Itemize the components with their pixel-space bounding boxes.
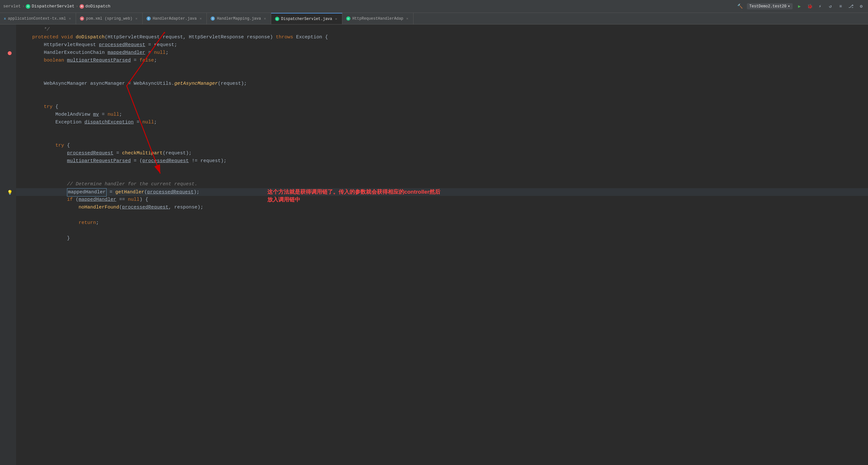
run-config[interactable]: TestDemo2.test20 ▾: [747, 3, 793, 9]
code-line-multipart-assign: multipartRequestParsed = (processedReque…: [16, 157, 868, 165]
code-line-close-brace: }: [16, 235, 868, 242]
code-line-empty-2: [16, 72, 868, 80]
tab-applicationcontext[interactable]: x applicationContext-tx.xml ✕: [0, 13, 76, 25]
code-line-empty-4: [16, 95, 868, 103]
top-bar: servlet › c DispatcherServlet › m doDisp…: [0, 0, 868, 13]
code-line-mapped-handler-decl: HandlerExecutionChain mappedHandler = nu…: [16, 49, 868, 57]
code-line-try-outer: try {: [16, 103, 868, 111]
lightbulb-icon: 💡: [7, 190, 12, 195]
code-line-get-handler: mappedHandler = getHandler(processedRequ…: [16, 188, 868, 196]
code-line-check-multipart: processedRequest = checkMultipart(reques…: [16, 149, 868, 157]
code-line-protected: protected void doDispatch(HttpServletReq…: [16, 33, 868, 41]
tab-pom[interactable]: m pom.xml (spring_web) ✕: [76, 13, 143, 25]
code-line-empty-8: [16, 173, 868, 180]
more-button[interactable]: ≡: [837, 3, 844, 10]
code-line-comment-close: */: [16, 26, 868, 33]
tab-dispatcherservlet-close[interactable]: ✕: [334, 17, 338, 21]
tab-handlermapping-icon: I: [211, 17, 215, 21]
toolbar-right: 🔨 TestDemo2.test20 ▾ ▶ 🐞 ⚡ ↺ ≡ ⎇ ⚙: [737, 3, 865, 10]
tab-httprequest-label: HttpRequestHandlerAdap: [352, 17, 403, 21]
run-button[interactable]: ▶: [796, 3, 803, 10]
coverage-button[interactable]: ⚡: [816, 3, 824, 10]
code-line-empty-1: [16, 64, 868, 72]
run-config-label: TestDemo2.test20: [749, 4, 786, 9]
mapped-handler-highlight: mappedHandler: [67, 188, 106, 197]
tab-handlermapping-close[interactable]: ✕: [263, 16, 267, 21]
debug-button[interactable]: 🐞: [806, 3, 813, 10]
breadcrumb: servlet › c DispatcherServlet › m doDisp…: [3, 4, 111, 9]
tab-bar: x applicationContext-tx.xml ✕ m pom.xml …: [0, 13, 868, 25]
breadcrumb-dispatcher[interactable]: DispatcherServlet: [32, 4, 74, 9]
code-line-try-inner: try {: [16, 142, 868, 149]
gutter-breakpoint-1[interactable]: [2, 49, 14, 57]
code-lines: */ protected void doDispatch(HttpServlet…: [16, 25, 868, 243]
code-line-no-handler: noHandlerFound(processedRequest, respons…: [16, 204, 868, 211]
breakpoint-dot: [8, 51, 11, 55]
hammer-icon[interactable]: 🔨: [737, 3, 744, 10]
code-line-empty-9: [16, 211, 868, 219]
gutter-lightbulb: 💡: [2, 188, 14, 196]
tab-pom-close[interactable]: ✕: [134, 16, 138, 21]
tab-dispatcherservlet[interactable]: c DispatcherServlet.java ✕: [271, 13, 342, 25]
git-button[interactable]: ⎇: [847, 3, 855, 10]
code-line-empty-5: [16, 126, 868, 134]
code-area[interactable]: */ protected void doDispatch(HttpServlet…: [16, 25, 868, 465]
code-line-async-manager: WebAsyncManager asyncManager = WebAsyncU…: [16, 80, 868, 88]
code-line-empty-3: [16, 88, 868, 95]
chinese-annotation-line1: 这个方法就是获得调用链了。传入的参数就会获得相应的controller然后: [267, 188, 440, 196]
tab-dispatcherservlet-icon: c: [275, 17, 279, 21]
breadcrumb-m-icon: m: [80, 4, 84, 9]
code-line-if-null: if (mappedHandler == null) { 放入调用链中: [16, 196, 868, 204]
left-gutter: 💡: [0, 25, 16, 465]
tab-applicationcontext-label: applicationContext-tx.xml: [8, 17, 66, 21]
settings-button[interactable]: ⚙: [858, 3, 865, 10]
code-line-dispatch-exception: Exception dispatchException = null;: [16, 119, 868, 126]
tab-handlermapping[interactable]: I HandlerMapping.java ✕: [207, 13, 271, 25]
tab-dispatcherservlet-label: DispatcherServlet.java: [281, 17, 332, 21]
tab-httprequest-close[interactable]: ✕: [405, 16, 409, 21]
breadcrumb-sep-2: ›: [76, 4, 78, 9]
tab-handleradapter-icon: I: [147, 17, 151, 21]
tab-pom-icon: m: [80, 17, 84, 21]
code-line-multipart-decl: boolean multipartRequestParsed = false;: [16, 57, 868, 64]
tab-handlermapping-label: HandlerMapping.java: [217, 17, 261, 21]
code-line-empty-6: [16, 134, 868, 142]
code-line-model-view: ModelAndView mv = null;: [16, 111, 868, 119]
tab-applicationcontext-close[interactable]: ✕: [68, 16, 72, 21]
breadcrumb-dodispatch[interactable]: doDispatch: [85, 4, 111, 9]
main-content: 💡 */ protected void doDispatch(HttpServl…: [0, 25, 868, 465]
rerun-button[interactable]: ↺: [827, 3, 834, 10]
tab-handleradapter-label: HandlerAdapter.java: [153, 17, 197, 21]
breadcrumb-c-icon: c: [26, 4, 30, 9]
breadcrumb-servlet[interactable]: servlet: [3, 4, 21, 9]
run-config-chevron: ▾: [788, 4, 790, 9]
chinese-annotation-line2: 放入调用链中: [267, 196, 300, 204]
code-line-empty-7: [16, 165, 868, 173]
code-line-processed-request: HttpServletRequest processedRequest = re…: [16, 41, 868, 49]
code-line-return: return;: [16, 219, 868, 227]
breadcrumb-sep-1: ›: [22, 4, 25, 9]
tab-handleradapter[interactable]: I HandlerAdapter.java ✕: [143, 13, 207, 25]
tab-httprequesthandleradap[interactable]: c HttpRequestHandlerAdap ✕: [342, 13, 413, 25]
code-line-determine-comment: // Determine handler for the current req…: [16, 180, 868, 188]
tab-pom-label: pom.xml (spring_web): [86, 17, 132, 21]
code-line-empty-10: [16, 227, 868, 235]
tab-xml-icon: x: [4, 17, 6, 21]
tab-httprequest-icon: c: [346, 17, 350, 21]
tab-handleradapter-close[interactable]: ✕: [199, 16, 203, 21]
